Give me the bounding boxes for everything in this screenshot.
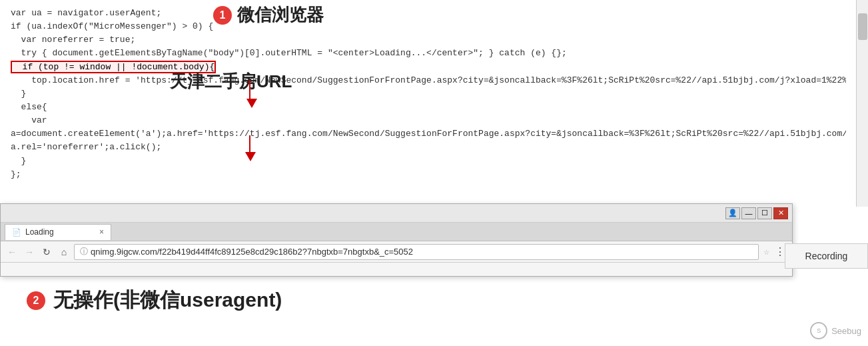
recording-badge: Recording	[785, 243, 868, 269]
tab-close-button[interactable]: ×	[99, 227, 104, 237]
maximize-icon: ☐	[761, 209, 768, 217]
user-icon[interactable]: 👤	[725, 207, 740, 219]
code-line-7: }	[11, 87, 835, 101]
arrow-line-1	[249, 80, 250, 99]
browser-tab-loading[interactable]: 📄 Loading ×	[5, 224, 111, 240]
home-button[interactable]: ⌂	[57, 245, 71, 259]
minimize-icon: —	[745, 209, 753, 217]
browser-window: 👤 — ☐ ✕ 📄 Loading × ← → ↻ ⌂ ⓘ qnimg.9igc…	[0, 203, 793, 277]
code-line-1: var ua = navigator.userAgent;	[11, 7, 835, 20]
arrow-down-2	[245, 152, 256, 161]
forward-button[interactable]: →	[22, 245, 37, 259]
annotation-wechat: 1 微信浏览器	[213, 3, 324, 27]
arrow-down-1	[246, 99, 257, 108]
code-line-9: var	[11, 114, 835, 127]
annotation-number-2: 2	[27, 291, 45, 310]
recording-label: Recording	[805, 251, 848, 261]
seebug-logo: S Seebug	[810, 322, 861, 339]
code-line-8: else{	[11, 101, 835, 114]
code-line-4: try { document.getElementsByTagName("bod…	[11, 47, 835, 60]
scrollbar-thumb[interactable]	[858, 13, 867, 40]
tab-title: Loading	[25, 227, 54, 237]
annotation-number-1: 1	[213, 6, 232, 25]
code-line-11: a.rel='noreferrer';a.click();	[11, 141, 835, 154]
code-editor: var ua = navigator.userAgent; if (ua.ind…	[0, 0, 846, 207]
reload-button[interactable]: ↻	[39, 245, 54, 259]
annotation-title-2: 无操作(非微信useragent)	[53, 287, 282, 314]
seebug-icon: S	[810, 322, 827, 339]
bookmark-star-icon[interactable]: ☆	[764, 246, 769, 257]
code-line-6: top.location.href = 'https://tj.esf.fang…	[11, 74, 835, 87]
user-icon-symbol: 👤	[728, 209, 737, 217]
code-line-3: var noreferrer = true;	[11, 33, 835, 47]
lock-icon: ⓘ	[80, 246, 88, 257]
code-line-12: }	[11, 155, 835, 168]
annotation-tianjin-label: 天津二手房URL	[170, 70, 292, 93]
maximize-button[interactable]: ☐	[757, 207, 772, 219]
code-line-13: };	[11, 168, 835, 181]
browser-tabbar: 📄 Loading ×	[1, 223, 792, 241]
back-button[interactable]: ←	[5, 245, 19, 259]
annotation-title-1: 微信浏览器	[237, 3, 324, 27]
close-button[interactable]: ✕	[773, 207, 788, 219]
browser-titlebar: 👤 — ☐ ✕	[1, 204, 792, 223]
code-line-10: a=document.createElement('a');a.href='ht…	[11, 127, 835, 141]
scrollbar[interactable]	[856, 0, 868, 207]
arrow-line-2	[249, 135, 250, 154]
close-icon: ✕	[778, 209, 784, 217]
address-input[interactable]: ⓘ qnimg.9igcw.com/f22b419d44ff4fc89125e8…	[74, 244, 759, 260]
code-line-2: if (ua.indexOf("MicroMessenger") > 0) {	[11, 20, 835, 33]
annotation-non-wechat: 2 无操作(非微信useragent)	[27, 287, 282, 314]
browser-address-bar: ← → ↻ ⌂ ⓘ qnimg.9igcw.com/f22b419d44ff4f…	[1, 241, 792, 263]
code-line-5: if (top != window || !document.body){	[11, 61, 835, 74]
minimize-button[interactable]: —	[741, 207, 756, 219]
seebug-label: Seebug	[831, 326, 861, 336]
url-display: qnimg.9igcw.com/f22b419d44ff4fc89125e8cd…	[91, 247, 413, 257]
tab-favicon-icon: 📄	[12, 228, 21, 237]
